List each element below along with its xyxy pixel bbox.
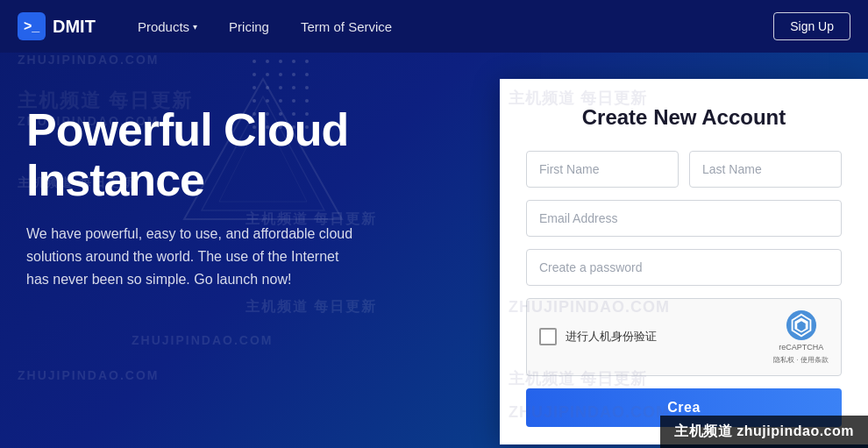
bottom-watermark: 主机频道 zhujipindao.com [660,416,868,448]
recaptcha-right: reCAPTCHA 隐私权 · 使用条款 [773,309,829,365]
navbar: >_ DMIT Products ▾ Pricing Term of Servi… [0,0,868,53]
email-input[interactable] [526,200,842,237]
logo[interactable]: >_ DMIT [18,12,96,40]
signup-panel: Create New Account 进行人机身份验证 reCAPTCHA 隐私… [500,79,868,444]
password-input[interactable] [526,249,842,286]
logo-icon: >_ [18,12,46,40]
chevron-down-icon: ▾ [193,22,197,32]
nav-links: Products ▾ Pricing Term of Service [122,0,773,53]
recaptcha-logo-icon [786,309,817,341]
first-name-input[interactable] [526,151,679,188]
recaptcha-widget[interactable]: 进行人机身份验证 reCAPTCHA 隐私权 · 使用条款 [526,298,842,376]
name-row [526,151,842,188]
hero-section: Powerful Cloud Instance We have powerful… [0,53,500,448]
recaptcha-left: 进行人机身份验证 [539,328,657,345]
nav-pricing[interactable]: Pricing [213,0,285,53]
recaptcha-label: 进行人机身份验证 [566,329,657,345]
logo-text: DMIT [53,17,96,37]
nav-products[interactable]: Products ▾ [122,0,213,53]
hero-subtitle: We have powerful, easy to use, and affor… [26,223,359,290]
last-name-input[interactable] [689,151,842,188]
recaptcha-brand: reCAPTCHA [779,343,823,353]
recaptcha-links: 隐私权 · 使用条款 [773,355,829,365]
signup-button[interactable]: Sign Up [773,12,850,40]
panel-title: Create New Account [526,105,842,130]
recaptcha-checkbox[interactable] [539,328,557,345]
nav-tos[interactable]: Term of Service [285,0,408,53]
hero-title: Powerful Cloud Instance [26,105,465,205]
